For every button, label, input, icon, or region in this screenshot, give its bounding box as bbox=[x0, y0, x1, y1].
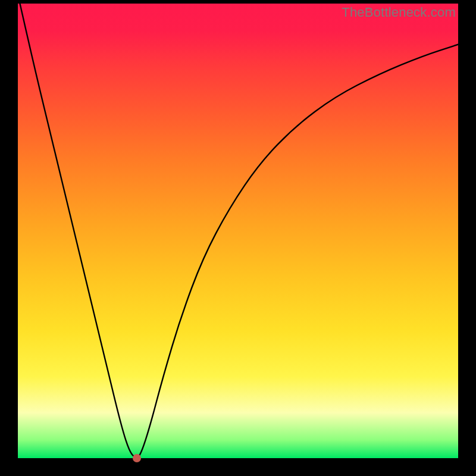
bottleneck-curve bbox=[18, 4, 458, 457]
curve-svg bbox=[18, 4, 458, 458]
plot-area bbox=[18, 4, 458, 458]
chart-frame: TheBottleneck.com bbox=[0, 0, 476, 476]
minimum-marker bbox=[133, 454, 141, 462]
